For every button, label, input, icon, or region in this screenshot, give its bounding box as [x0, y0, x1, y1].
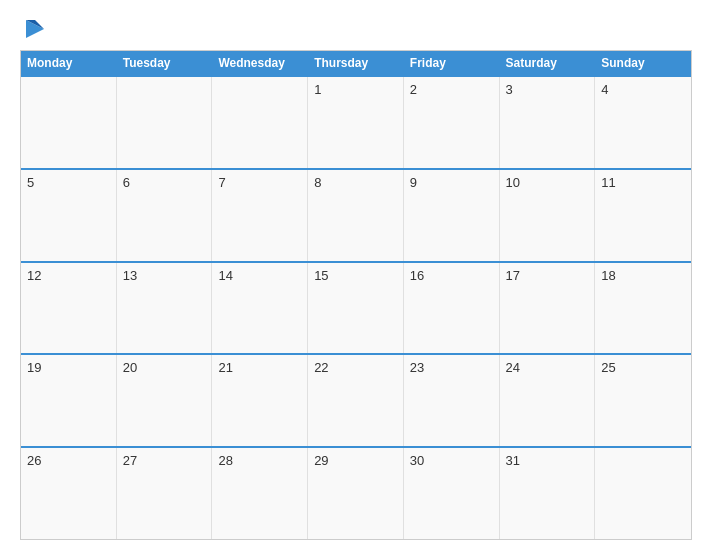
day-number: 4 [601, 82, 685, 97]
week-row-4: 262728293031 [21, 446, 691, 539]
day-number: 17 [506, 268, 589, 283]
day-cell-31: 31 [500, 448, 596, 539]
day-number: 8 [314, 175, 397, 190]
calendar: MondayTuesdayWednesdayThursdayFridaySatu… [20, 50, 692, 540]
day-number: 27 [123, 453, 206, 468]
day-cell-21: 21 [212, 355, 308, 446]
day-number: 19 [27, 360, 110, 375]
day-header-wednesday: Wednesday [212, 51, 308, 75]
day-cell-1: 1 [308, 77, 404, 168]
logo-flag-icon [24, 18, 46, 40]
day-cell-19: 19 [21, 355, 117, 446]
day-number: 14 [218, 268, 301, 283]
day-cell-empty-0-2 [212, 77, 308, 168]
day-number: 1 [314, 82, 397, 97]
week-row-1: 567891011 [21, 168, 691, 261]
day-cell-27: 27 [117, 448, 213, 539]
day-cell-8: 8 [308, 170, 404, 261]
day-number: 26 [27, 453, 110, 468]
day-number: 15 [314, 268, 397, 283]
day-cell-6: 6 [117, 170, 213, 261]
day-number: 20 [123, 360, 206, 375]
day-number: 13 [123, 268, 206, 283]
calendar-body: 1234567891011121314151617181920212223242… [21, 75, 691, 539]
day-number: 3 [506, 82, 589, 97]
day-cell-9: 9 [404, 170, 500, 261]
day-cell-14: 14 [212, 263, 308, 354]
day-header-thursday: Thursday [308, 51, 404, 75]
day-header-monday: Monday [21, 51, 117, 75]
day-cell-11: 11 [595, 170, 691, 261]
week-row-0: 1234 [21, 75, 691, 168]
day-number: 31 [506, 453, 589, 468]
calendar-page: MondayTuesdayWednesdayThursdayFridaySatu… [0, 0, 712, 550]
day-number: 23 [410, 360, 493, 375]
day-cell-30: 30 [404, 448, 500, 539]
day-cell-12: 12 [21, 263, 117, 354]
day-number: 2 [410, 82, 493, 97]
day-cell-13: 13 [117, 263, 213, 354]
week-row-2: 12131415161718 [21, 261, 691, 354]
day-cell-15: 15 [308, 263, 404, 354]
day-cell-5: 5 [21, 170, 117, 261]
day-number: 10 [506, 175, 589, 190]
header [20, 18, 692, 40]
day-cell-4: 4 [595, 77, 691, 168]
day-number: 6 [123, 175, 206, 190]
day-cell-28: 28 [212, 448, 308, 539]
day-cell-29: 29 [308, 448, 404, 539]
day-cell-7: 7 [212, 170, 308, 261]
week-row-3: 19202122232425 [21, 353, 691, 446]
day-cell-17: 17 [500, 263, 596, 354]
day-cell-20: 20 [117, 355, 213, 446]
day-cell-25: 25 [595, 355, 691, 446]
day-cell-24: 24 [500, 355, 596, 446]
day-number: 5 [27, 175, 110, 190]
day-number: 9 [410, 175, 493, 190]
day-cell-empty-4-6 [595, 448, 691, 539]
day-cell-3: 3 [500, 77, 596, 168]
day-number: 24 [506, 360, 589, 375]
day-cell-10: 10 [500, 170, 596, 261]
day-cell-23: 23 [404, 355, 500, 446]
day-number: 28 [218, 453, 301, 468]
day-header-sunday: Sunday [595, 51, 691, 75]
day-number: 12 [27, 268, 110, 283]
day-cell-26: 26 [21, 448, 117, 539]
day-number: 30 [410, 453, 493, 468]
logo [20, 18, 48, 40]
day-cell-22: 22 [308, 355, 404, 446]
day-number: 22 [314, 360, 397, 375]
day-header-friday: Friday [404, 51, 500, 75]
day-header-saturday: Saturday [500, 51, 596, 75]
day-number: 29 [314, 453, 397, 468]
day-cell-16: 16 [404, 263, 500, 354]
day-headers: MondayTuesdayWednesdayThursdayFridaySatu… [21, 51, 691, 75]
day-number: 21 [218, 360, 301, 375]
day-cell-2: 2 [404, 77, 500, 168]
day-header-tuesday: Tuesday [117, 51, 213, 75]
day-number: 11 [601, 175, 685, 190]
day-number: 18 [601, 268, 685, 283]
day-cell-18: 18 [595, 263, 691, 354]
day-number: 25 [601, 360, 685, 375]
day-number: 7 [218, 175, 301, 190]
day-cell-empty-0-1 [117, 77, 213, 168]
day-cell-empty-0-0 [21, 77, 117, 168]
day-number: 16 [410, 268, 493, 283]
